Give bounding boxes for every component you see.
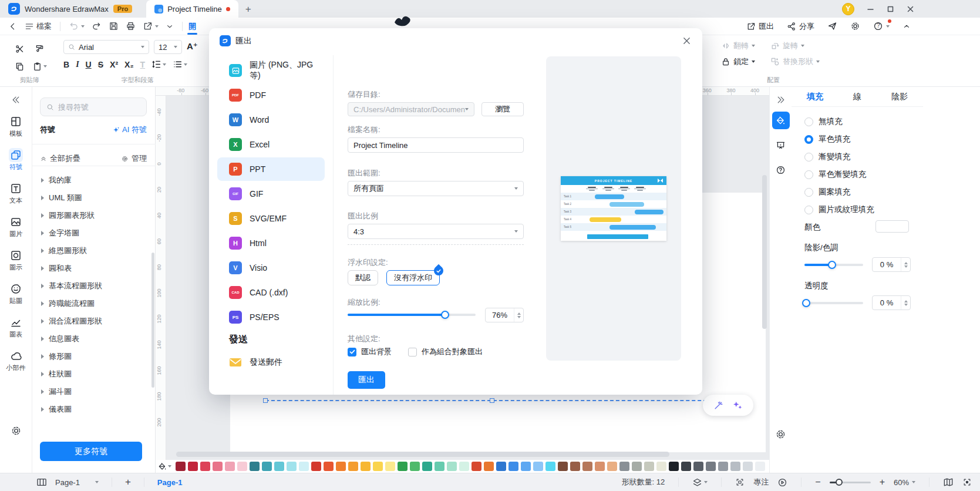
maximize-button[interactable] <box>886 5 894 12</box>
zoom-scale-spinner[interactable]: 76% <box>485 308 524 322</box>
export-confirm-button[interactable]: 匯出 <box>348 371 385 389</box>
palette-color-swatch[interactable] <box>730 462 740 471</box>
palette-color-swatch[interactable] <box>299 462 309 471</box>
palette-color-swatch[interactable] <box>324 462 334 471</box>
undo-button[interactable] <box>65 19 88 33</box>
palette-color-swatch[interactable] <box>287 462 297 471</box>
palette-color-swatch[interactable] <box>398 462 408 471</box>
palette-color-swatch[interactable] <box>595 462 605 471</box>
symbol-category[interactable]: 圓和表 <box>32 260 156 277</box>
save-button[interactable] <box>105 19 122 33</box>
watermark-option-button[interactable]: 沒有浮水印 <box>386 270 440 285</box>
file-menu-button[interactable]: 檔案 <box>21 19 55 33</box>
symbol-category[interactable]: 漏斗圖 <box>32 383 156 401</box>
palette-color-swatch[interactable] <box>533 462 543 471</box>
page-overview-icon[interactable] <box>36 477 47 487</box>
expand-panel-icon[interactable] <box>776 95 786 105</box>
export-format-html[interactable]: HHtml <box>217 231 325 255</box>
palette-color-swatch[interactable] <box>225 462 235 471</box>
palette-color-swatch[interactable] <box>237 462 247 471</box>
copy-button[interactable] <box>9 58 29 75</box>
symbol-category[interactable]: 儀表圖 <box>32 401 156 418</box>
toolbar-more-button[interactable] <box>162 21 177 32</box>
format-tab-陰影[interactable]: 陰影 <box>891 92 908 102</box>
dialog-close-icon[interactable] <box>680 34 693 47</box>
assistant-bird-icon[interactable] <box>392 14 412 27</box>
font-family-select[interactable]: Arial <box>63 40 149 54</box>
ribbon-tab-home[interactable]: 開 <box>187 19 197 33</box>
format-button-x[interactable]: X² <box>110 60 118 69</box>
lineheight-icon[interactable] <box>151 59 166 69</box>
export-format-word[interactable]: WWord <box>217 108 325 132</box>
minimize-button[interactable] <box>866 5 874 12</box>
fill-format-tool[interactable] <box>772 112 790 129</box>
print-button[interactable] <box>122 19 139 33</box>
zoom-out-button[interactable]: − <box>815 477 820 487</box>
palette-color-swatch[interactable] <box>410 462 420 471</box>
palette-color-swatch[interactable] <box>422 462 432 471</box>
palette-color-swatch[interactable] <box>681 462 691 471</box>
magic-wand-button[interactable] <box>713 400 724 411</box>
document-tab[interactable]: Project Timeline <box>146 0 238 18</box>
palette-color-swatch[interactable] <box>718 462 728 471</box>
collapse-ribbon-button[interactable] <box>902 22 911 31</box>
export-toolbar-button[interactable]: 匯出 <box>746 21 774 32</box>
palette-color-swatch[interactable] <box>693 462 703 471</box>
symbol-category[interactable]: 混合流程圖形狀 <box>32 312 156 330</box>
replace-shape-button[interactable]: 替換形狀 <box>770 56 820 67</box>
palette-color-swatch[interactable] <box>755 462 765 471</box>
rotate-button[interactable]: 旋轉 <box>770 41 804 51</box>
format-button-x[interactable]: X₂ <box>124 60 134 69</box>
palette-color-swatch[interactable] <box>274 462 284 471</box>
sidebar-item-symbols[interactable]: 符號 <box>3 145 29 175</box>
shade-spinner[interactable]: 0 % <box>872 257 911 272</box>
lock-button[interactable]: 鎖定 <box>721 56 755 67</box>
cut-button[interactable] <box>9 40 29 58</box>
export-range-select[interactable]: 所有頁面 <box>348 181 524 196</box>
palette-color-swatch[interactable] <box>508 462 518 471</box>
presentation-tool[interactable] <box>772 136 790 154</box>
manage-button[interactable]: 管理 <box>121 153 147 164</box>
symbol-category[interactable]: 維恩圖形狀 <box>32 242 156 260</box>
file-name-input[interactable] <box>348 137 524 153</box>
browse-button[interactable]: 瀏覽 <box>481 102 524 116</box>
symbol-category[interactable]: 基本流程圖形狀 <box>32 277 156 295</box>
format-painter-button[interactable] <box>29 40 49 58</box>
page-select[interactable]: Page-1 <box>55 478 99 487</box>
export-format-visio[interactable]: VVisio <box>217 256 325 280</box>
fill-option[interactable]: 單色填充 <box>804 130 874 148</box>
checkbox-checked[interactable]: 匯出背景 <box>348 347 392 357</box>
sidebar-item-image[interactable]: 圖片 <box>3 212 29 242</box>
palette-color-swatch[interactable] <box>336 462 346 471</box>
palette-color-swatch[interactable] <box>262 462 272 471</box>
list-icon[interactable] <box>173 59 187 69</box>
palette-color-swatch[interactable] <box>496 462 506 471</box>
palette-color-swatch[interactable] <box>447 462 457 471</box>
fill-option[interactable]: 圖案填充 <box>804 183 874 201</box>
format-tab-線[interactable]: 線 <box>853 92 861 102</box>
sidebar-item-chart[interactable]: 圖表 <box>3 312 29 342</box>
transparency-spinner[interactable]: 0 % <box>872 295 911 310</box>
palette-color-swatch[interactable] <box>545 462 555 471</box>
palette-color-swatch[interactable] <box>656 462 666 471</box>
zoom-scale-slider[interactable] <box>348 314 476 316</box>
format-button-b[interactable]: B <box>63 60 69 69</box>
ai-sparkles-button[interactable] <box>732 400 743 411</box>
selection-bottom-edge[interactable] <box>265 400 719 401</box>
fill-option[interactable]: 無填充 <box>804 113 874 130</box>
fill-color-swatch[interactable] <box>875 220 909 233</box>
selection-handle[interactable] <box>490 398 494 403</box>
sidebar-item-text[interactable]: 文本 <box>3 179 29 208</box>
ai-symbols-link[interactable]: AI 符號 <box>112 125 147 135</box>
panel-settings-gear-icon[interactable] <box>775 429 786 440</box>
sidebar-item-template[interactable]: 模板 <box>3 112 29 142</box>
user-avatar[interactable]: Y <box>842 3 854 15</box>
page-tab[interactable]: Page-1 <box>157 478 183 487</box>
back-button[interactable] <box>5 20 21 33</box>
send-feedback-icon[interactable] <box>827 21 837 31</box>
map-overview-icon[interactable] <box>943 477 954 487</box>
export-ratio-select[interactable]: 4:3 <box>348 224 524 239</box>
palette-color-swatch[interactable] <box>669 462 679 471</box>
palette-color-swatch[interactable] <box>644 462 654 471</box>
fit-to-screen-icon[interactable] <box>962 477 972 487</box>
